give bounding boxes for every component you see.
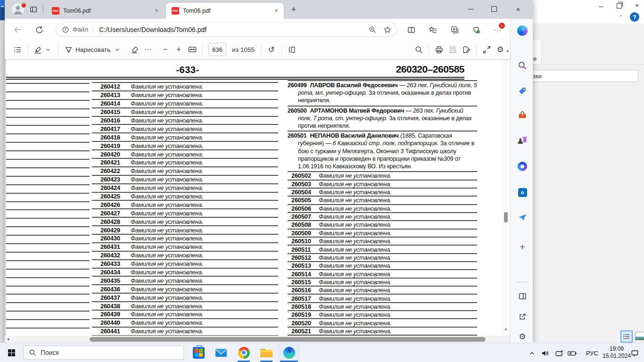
record-number: 260516 xyxy=(291,287,319,294)
table-row: 260514Фамилия не установлена. xyxy=(288,270,477,278)
background-window-input[interactable]: зки xyxy=(532,70,638,82)
save-as-icon[interactable] xyxy=(461,44,471,55)
more-options-icon[interactable]: ··· ↑ xyxy=(493,25,503,35)
record-text: Фамилия не установлена. xyxy=(131,243,203,250)
refresh-icon[interactable] xyxy=(34,25,44,35)
taskbar-app-mail[interactable] xyxy=(210,343,232,362)
scrollbar-thumb[interactable] xyxy=(504,212,508,222)
panel-icon[interactable] xyxy=(517,290,528,302)
rotate-icon[interactable]: ↺ xyxy=(266,44,277,55)
record-number: 260425 xyxy=(100,193,131,200)
minimize-button[interactable] xyxy=(460,0,481,18)
new-tab-button[interactable]: + xyxy=(289,4,299,15)
close-icon[interactable]: × xyxy=(272,7,280,15)
battery-icon[interactable] xyxy=(567,347,578,359)
close-icon[interactable]: × xyxy=(634,2,640,8)
copilot-icon[interactable] xyxy=(517,25,528,36)
record-number: 260440 xyxy=(100,319,131,326)
favorites-star-icon[interactable] xyxy=(383,25,392,34)
record-text: Фамилия не установлена. xyxy=(319,172,391,179)
scroll-up-icon[interactable]: ▲ xyxy=(504,49,512,53)
maximize-button[interactable] xyxy=(483,0,505,18)
record-text: Фамилия не установлена. xyxy=(319,271,391,278)
record-text: Фамилия не установлена. xyxy=(319,246,391,253)
table-row: 260508Фамилия не установлена. xyxy=(288,221,477,229)
zoom-in-icon[interactable]: + xyxy=(173,44,184,55)
list-view-icon[interactable] xyxy=(620,330,633,343)
shopping-icon[interactable] xyxy=(517,85,528,97)
collections-icon[interactable] xyxy=(449,25,460,35)
help-icon[interactable]: ? xyxy=(630,12,639,22)
zoom-in-icon[interactable] xyxy=(368,25,377,34)
back-icon[interactable] xyxy=(12,25,23,35)
record-text: Фамилия не установлена. xyxy=(319,254,391,261)
print-icon[interactable] xyxy=(434,44,444,55)
close-icon[interactable]: × xyxy=(153,7,160,15)
contents-icon[interactable] xyxy=(12,44,23,55)
draw-label[interactable]: Нарисовать xyxy=(75,46,110,53)
taskbar-app-chrome[interactable] xyxy=(233,343,255,362)
background-window: × ⌃ ? е зки xyxy=(532,0,644,343)
chevron-down-icon[interactable] xyxy=(112,44,123,55)
close-button[interactable]: × xyxy=(507,0,529,18)
outlook-icon[interactable]: o xyxy=(517,187,528,198)
tray-date: 15.01.2024 xyxy=(603,353,631,360)
tab-actions-icon[interactable] xyxy=(29,5,38,14)
microsoft-365-icon[interactable] xyxy=(517,161,528,172)
page-view-icon[interactable] xyxy=(287,44,297,55)
url-text[interactable]: C:/Users/user/Downloads/Tom06.pdf xyxy=(99,26,368,33)
search-icon[interactable] xyxy=(413,44,424,55)
tab-tom06-inactive[interactable]: PDF Tom06.pdf × xyxy=(46,3,164,19)
games-icon[interactable]: ♟♜ xyxy=(517,135,528,146)
taskbar-app-store[interactable] xyxy=(188,343,209,362)
address-bar[interactable]: Файл C:/Users/user/Downloads/Tom06.pdf xyxy=(56,22,397,37)
expand-icon[interactable] xyxy=(481,44,492,55)
vertical-scrollbar[interactable]: ▼ xyxy=(502,59,510,336)
browser-essentials-icon[interactable] xyxy=(471,25,481,35)
taskbar-app-edge[interactable] xyxy=(278,343,300,362)
background-window-tab[interactable]: е xyxy=(532,40,541,64)
volume-icon[interactable] xyxy=(539,347,551,359)
notifications-icon[interactable] xyxy=(629,347,640,359)
tray-chevron-up-icon[interactable] xyxy=(526,347,537,359)
settings-icon[interactable]: ⚙ xyxy=(517,331,528,342)
restore-button[interactable] xyxy=(616,2,622,8)
image-view-icon[interactable] xyxy=(635,332,644,340)
favorites-list-icon[interactable] xyxy=(428,25,438,35)
language-indicator[interactable]: РУС xyxy=(583,347,602,359)
open-external-icon[interactable] xyxy=(517,311,528,322)
background-window-help-row: ⌃ ? xyxy=(619,12,639,22)
split-screen-icon[interactable] xyxy=(406,25,416,35)
more-icon[interactable]: ··· xyxy=(143,44,153,55)
display-cast-icon[interactable] xyxy=(553,347,565,359)
scrollbar-thumb[interactable] xyxy=(90,337,486,342)
chevron-up-icon[interactable]: ⌃ xyxy=(619,14,623,20)
scroll-left-icon[interactable]: ◄ xyxy=(6,337,10,341)
tray-clock[interactable]: 19:09 15.01.2024 xyxy=(603,346,631,360)
info-icon[interactable] xyxy=(62,26,69,33)
minimize-button[interactable] xyxy=(598,2,604,8)
chevron-down-icon[interactable] xyxy=(43,44,53,55)
erase-icon[interactable] xyxy=(129,44,140,55)
tab-tom06-active[interactable]: PDF Tom06.pdf × xyxy=(166,3,284,19)
horizontal-scrollbar[interactable]: ◄ xyxy=(5,336,510,343)
draw-icon[interactable] xyxy=(63,44,74,55)
page-number-input[interactable]: 636 xyxy=(208,43,226,56)
record-number: 260514 xyxy=(291,271,319,278)
scroll-down-icon[interactable]: ▼ xyxy=(502,328,510,332)
fit-width-icon[interactable] xyxy=(187,44,198,55)
start-button[interactable] xyxy=(0,343,23,362)
tab-label-fragment: е xyxy=(533,55,537,62)
taskbar-app-file-explorer[interactable] xyxy=(256,343,277,362)
highlighter-icon[interactable] xyxy=(33,44,43,55)
record-number: 260518 xyxy=(291,303,319,310)
add-sidebar-icon[interactable]: + xyxy=(517,241,528,253)
record-number: 260507 xyxy=(291,213,319,220)
taskbar-search-box[interactable]: Поиск xyxy=(24,346,184,360)
drop-icon[interactable] xyxy=(517,212,528,223)
divider xyxy=(27,45,28,54)
tools-icon[interactable] xyxy=(517,109,528,121)
search-icon[interactable] xyxy=(517,60,528,71)
record-text: Фамилия не установлена. xyxy=(319,295,391,302)
zoom-out-icon[interactable]: − xyxy=(160,44,170,55)
